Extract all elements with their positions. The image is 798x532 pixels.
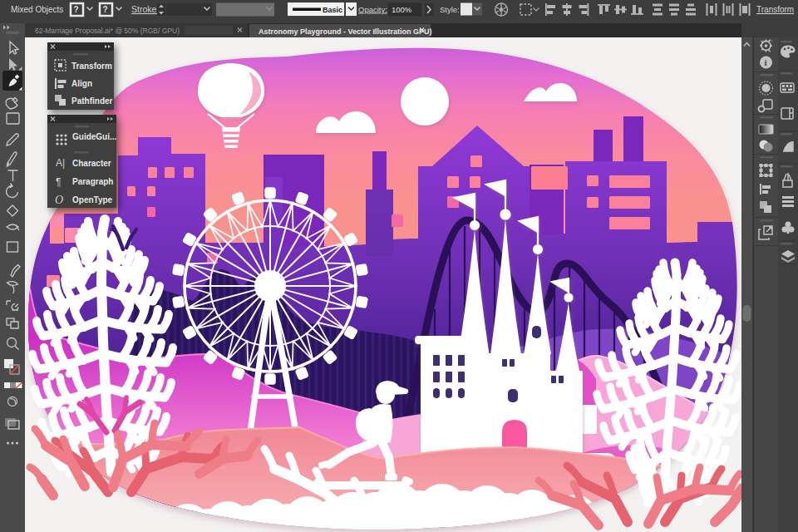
svg-text:A|: A| (56, 157, 65, 169)
svg-text:Pathfinder: Pathfinder (71, 96, 113, 106)
svg-text:Stroke:: Stroke: (131, 4, 159, 14)
svg-text:?: ? (103, 5, 108, 14)
svg-text:Mixed Objects: Mixed Objects (11, 5, 63, 14)
svg-text:Opacity:: Opacity: (358, 5, 387, 14)
svg-text:OpenType: OpenType (72, 195, 113, 204)
svg-text:100%: 100% (392, 5, 412, 14)
svg-text:Character: Character (72, 159, 111, 168)
svg-text:i: i (765, 57, 767, 67)
svg-text:?: ? (74, 5, 79, 14)
svg-text:Basic: Basic (323, 6, 342, 14)
svg-text:Astronomy Playground - Vector: Astronomy Playground - Vector Illustrati… (259, 27, 432, 36)
svg-text:62-Marriage Proposal.ai* @ 50%: 62-Marriage Proposal.ai* @ 50% (RGB/ GPU… (35, 27, 180, 35)
svg-text:Transform: Transform (71, 62, 112, 71)
svg-text:Style:: Style: (440, 5, 460, 14)
svg-text:O: O (55, 194, 63, 206)
svg-text:GuideGui...: GuideGui... (72, 132, 116, 141)
svg-text:Transform: Transform (756, 5, 794, 14)
svg-text:¶: ¶ (56, 176, 61, 188)
svg-text:Paragraph: Paragraph (72, 177, 113, 186)
svg-text:Align: Align (71, 79, 92, 88)
